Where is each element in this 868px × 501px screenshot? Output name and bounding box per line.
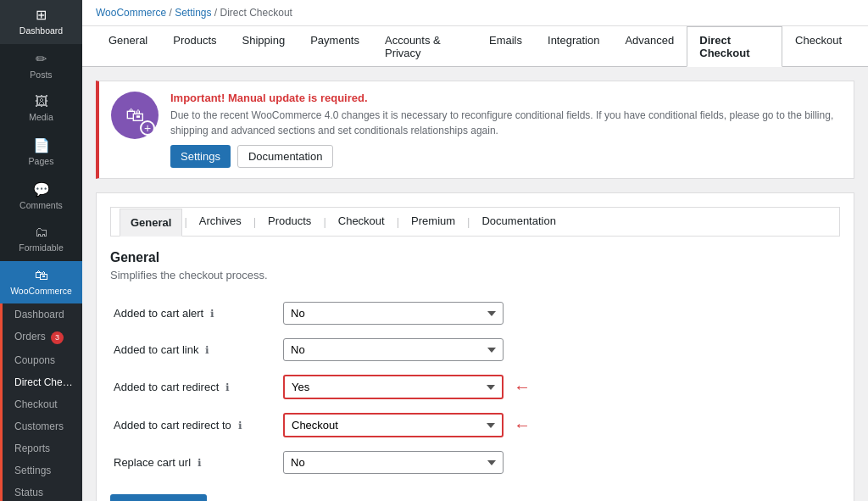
plugin-tabs: General | Archives | Products | Checkout… (110, 207, 840, 237)
notice-actions: Settings Documentation (170, 145, 842, 168)
field-row-added-to-cart-redirect: Added to cart redirect ℹ No Yes ← (110, 368, 840, 406)
posts-icon: ✏ (36, 51, 47, 67)
notice-documentation-button[interactable]: Documentation (237, 145, 333, 168)
field-info-replace-cart: ℹ (198, 457, 202, 469)
field-info-alert: ℹ (210, 308, 214, 320)
sidebar-item-dashboard-label: Dashboard (19, 25, 63, 37)
field-select-link[interactable]: No Yes (283, 338, 504, 361)
notice-text: Important! Manual update is required. Du… (170, 92, 842, 168)
field-select-redirect[interactable]: No Yes (283, 375, 504, 399)
field-label-redirect-to: Added to cart redirect to (114, 419, 231, 431)
notice-body: Due to the recent WooCommerce 4.0 change… (170, 108, 842, 138)
field-info-redirect: ℹ (225, 381, 230, 393)
sidebar-item-pages-label: Pages (29, 156, 54, 168)
tab-products[interactable]: Products (160, 26, 229, 67)
section-title: General (110, 250, 840, 265)
sidebar-item-comments[interactable]: 💬 Comments (0, 175, 82, 219)
sidebar-item-posts[interactable]: ✏ Posts (0, 44, 82, 88)
sidebar-item-formidable[interactable]: 🗂 Formidable (0, 218, 82, 261)
comments-icon: 💬 (33, 181, 50, 198)
notice-icon: 🛍 + (111, 92, 159, 139)
sidebar-item-pages[interactable]: 📄 Pages (0, 131, 82, 175)
sidebar-item-formidable-label: Formidable (19, 242, 64, 254)
breadcrumb-settings[interactable]: Settings (175, 7, 211, 19)
section-description: Simplifies the checkout process. (110, 269, 840, 281)
dashboard-icon: ⊞ (36, 7, 47, 23)
tab-emails[interactable]: Emails (476, 26, 535, 67)
sidebar-item-dashboard[interactable]: ⊞ Dashboard (0, 0, 82, 44)
tab-checkout[interactable]: Checkout (782, 26, 854, 67)
notice-settings-button[interactable]: Settings (170, 145, 231, 168)
tab-general[interactable]: General (96, 26, 160, 67)
plugin-content-box: General | Archives | Products | Checkout… (96, 192, 854, 501)
orders-badge: 3 (51, 331, 64, 344)
woo-submenu-direct-checkout[interactable]: Direct Checkout (3, 371, 82, 393)
notice-plus-icon: + (140, 120, 155, 136)
sidebar: ⊞ Dashboard ✏ Posts 🖼 Media 📄 Pages 💬 Co… (0, 0, 82, 501)
woocommerce-icon: 🛍 (35, 268, 48, 283)
field-info-link: ℹ (205, 344, 209, 356)
content-area: 🛍 + Important! Manual update is required… (82, 67, 868, 501)
settings-form: Added to cart alert ℹ No Yes (110, 295, 840, 481)
field-select-redirect-to[interactable]: Cart Checkout Home (283, 413, 504, 437)
woo-submenu-status[interactable]: Status (3, 482, 82, 501)
pages-icon: 📄 (33, 137, 50, 153)
woo-submenu-orders[interactable]: Orders 3 (3, 326, 82, 349)
sidebar-item-woocommerce-label: WooCommerce (10, 286, 72, 298)
annotation-arrow-redirect-to: ← (514, 415, 531, 435)
field-row-added-to-cart-alert: Added to cart alert ℹ No Yes (110, 295, 840, 331)
sidebar-item-media-label: Media (29, 112, 53, 124)
tab-shipping[interactable]: Shipping (230, 26, 298, 67)
plugin-tab-documentation[interactable]: Documentation (471, 208, 565, 236)
tab-payments[interactable]: Payments (298, 26, 372, 67)
field-info-redirect-to: ℹ (238, 420, 242, 431)
woo-submenu-settings[interactable]: Settings (3, 459, 82, 482)
field-select-replace-cart[interactable]: No Yes (283, 451, 504, 474)
field-row-added-to-cart-redirect-to: Added to cart redirect to ℹ Cart Checkou… (110, 406, 840, 444)
sidebar-item-woocommerce[interactable]: 🛍 WooCommerce (0, 261, 82, 304)
woo-submenu-coupons[interactable]: Coupons (3, 349, 82, 371)
settings-tabbar: General Products Shipping Payments Accou… (82, 26, 868, 67)
sidebar-item-comments-label: Comments (19, 200, 63, 212)
plugin-tab-archives[interactable]: Archives (189, 208, 252, 236)
field-select-alert[interactable]: No Yes (283, 302, 504, 325)
plugin-tab-general[interactable]: General (120, 209, 182, 237)
field-row-added-to-cart-link: Added to cart link ℹ No Yes (110, 331, 840, 368)
breadcrumb-current: Direct Checkout (220, 7, 292, 19)
plugin-tab-premium[interactable]: Premium (401, 208, 465, 236)
sidebar-item-media[interactable]: 🖼 Media (0, 87, 82, 131)
breadcrumb: WooCommerce / Settings / Direct Checkout (82, 0, 868, 26)
field-label-replace-cart: Replace cart url (114, 456, 191, 469)
plugin-tab-products[interactable]: Products (258, 208, 321, 236)
tab-direct-checkout[interactable]: Direct Checkout (687, 26, 782, 67)
woocommerce-submenu: Dashboard Orders 3 Coupons Direct Checko… (0, 303, 82, 501)
field-label-alert: Added to cart alert (114, 307, 203, 320)
tab-integration[interactable]: Integration (535, 26, 612, 67)
tab-accounts[interactable]: Accounts & Privacy (372, 26, 476, 67)
breadcrumb-woocommerce[interactable]: WooCommerce (96, 7, 166, 19)
save-changes-button[interactable]: Save changes (110, 494, 207, 501)
notice-box: 🛍 + Important! Manual update is required… (96, 81, 854, 179)
sidebar-item-posts-label: Posts (30, 70, 52, 81)
field-label-link: Added to cart link (114, 343, 198, 356)
woo-submenu-checkout[interactable]: Checkout (3, 393, 82, 415)
field-label-redirect: Added to cart redirect (114, 381, 219, 393)
tab-advanced[interactable]: Advanced (612, 26, 687, 67)
plugin-tab-checkout[interactable]: Checkout (328, 208, 395, 236)
woo-submenu-customers[interactable]: Customers (3, 415, 82, 437)
annotation-arrow-redirect: ← (514, 377, 531, 397)
field-row-replace-cart-url: Replace cart url ℹ No Yes (110, 444, 840, 481)
media-icon: 🖼 (35, 94, 48, 109)
main-content: WooCommerce / Settings / Direct Checkout… (82, 0, 868, 501)
woo-submenu-dashboard[interactable]: Dashboard (3, 303, 82, 326)
notice-title: Important! Manual update is required. (170, 92, 368, 104)
woo-submenu-reports[interactable]: Reports (3, 437, 82, 459)
formidable-icon: 🗂 (35, 225, 48, 240)
